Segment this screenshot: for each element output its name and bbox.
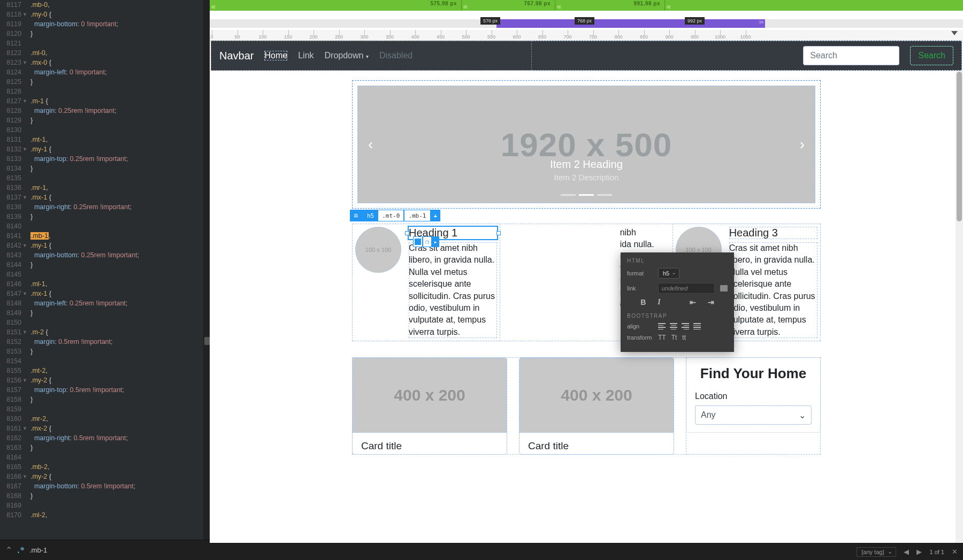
bp-tag: 576 px [480,17,500,25]
card-title: Card title [528,440,665,452]
navbar-search-input[interactable]: Search [803,46,899,65]
property-popup[interactable]: HTML format h5 link undefined B I ⇤ ⇥ [621,252,734,352]
navbar-brand[interactable]: Navbar [219,50,254,62]
format-select[interactable]: h5 [658,268,679,279]
preview-viewport[interactable]: Navbar Home Link Dropdown ▾ Disabled Sea… [210,41,963,543]
location-select[interactable]: Any⌄ [695,405,812,425]
popup-section-title: HTML [627,258,728,264]
code-search-input[interactable] [29,546,204,554]
link-label: link [627,285,653,291]
bp-label: 991.98 px [633,1,660,6]
folder-icon[interactable] [720,285,728,291]
code-editor[interactable]: 8117 .mb-0,8118▼ .my-0 {8119 margin-bott… [0,0,210,540]
link-input[interactable]: undefined [658,283,715,294]
selection-class-pill[interactable]: .mt-0 [378,210,404,221]
regex-icon[interactable]: .* [18,546,24,555]
preview-panel: 575.98 px 767.98 px 991.98 px 576 px 768… [210,0,963,560]
italic-button[interactable]: I [658,298,660,306]
code-panel: 8117 .mb-0,8118▼ .my-0 {8119 margin-bott… [0,0,210,560]
carousel-next-icon[interactable]: › [794,131,810,158]
carousel-caption: Item 2 Heading Item 2 Description [357,158,815,182]
selection-tag-bar: h5 .mt-0 .mb-1 + [350,210,440,221]
tag-filter-select[interactable]: [any tag] [857,547,896,557]
card-image-placeholder: 400 x 200 [519,358,674,433]
close-icon[interactable]: ✕ [952,548,958,556]
code-scrollbar[interactable] [203,0,210,540]
next-match-icon[interactable]: ▶ [916,548,922,556]
chevron-down-icon: ⌄ [799,410,806,420]
nav-link-dropdown[interactable]: Dropdown ▾ [325,51,369,60]
align-left-icon[interactable] [658,323,666,329]
bp-arrows-icon [463,2,467,11]
card-image-placeholder: 400 x 200 [353,358,507,433]
menu-icon [354,211,360,220]
navbar-search-button[interactable]: Search [910,46,953,65]
bp-tag: 768 px [575,17,594,25]
code-search-bar: ⌃ .* [0,540,210,560]
bp-label: 767.98 px [524,1,551,6]
carousel-indicators[interactable] [357,194,815,196]
preview-scrollbar[interactable] [956,71,963,543]
sidebar-panel: Find Your Home Location Any⌄ [686,357,821,455]
align-center-icon[interactable] [670,323,677,329]
carousel-description: Item 2 Description [357,173,815,182]
nav-link-disabled: Disabled [379,51,412,60]
card: 400 x 200 Card title [352,357,507,455]
bottom-bar: [any tag] ◀ ▶ 1 of 1 ✕ [210,543,963,560]
prev-match-icon[interactable]: ◀ [904,548,909,556]
feature-text: Cras sit amet nibh libero, in gravida nu… [729,242,817,338]
ruler-drag-marker[interactable] [950,30,959,40]
location-label: Location [695,392,812,401]
carousel-placeholder-text: 1920 x 500 [501,126,672,164]
match-counter: 1 of 1 [929,549,944,555]
feature-text: Cras sit amet nibh libero, in gravida nu… [409,242,497,338]
align-label: align [627,323,653,329]
align-right-icon[interactable] [682,323,689,329]
ruler[interactable]: 0501001502002503003504004505005506006507… [210,30,963,41]
transform-lower-button[interactable]: tt [682,334,686,341]
card-row: 400 x 200 Card title 400 x 200 Card titl… [352,357,821,455]
nav-link-home[interactable]: Home [264,51,287,60]
search-collapse-icon[interactable]: ⌃ [5,545,12,555]
transform-cap-button[interactable]: Tt [671,334,677,341]
thumb-placeholder: 100 x 100 [355,227,401,273]
selection-class-pill[interactable]: .mb-1 [404,210,430,221]
preview-navbar: Navbar Home Link Dropdown ▾ Disabled Sea… [211,41,962,71]
selection-tag[interactable]: h5 [363,210,378,221]
scrollbar-thumb[interactable] [957,72,962,221]
breakpoint-bar-top[interactable]: 575.98 px 767.98 px 991.98 px [210,0,963,11]
bp-tag: 992 px [685,17,705,25]
chevron-down-icon: ▾ [366,53,369,59]
selection-add-button[interactable]: + [431,210,441,221]
select-value: Any [701,410,716,419]
bp-arrows-icon [211,2,215,11]
carousel-prev-icon[interactable]: ‹ [363,131,378,158]
scrollbar-thumb[interactable] [204,337,210,345]
bp-label: 575.98 px [430,1,457,6]
para-selection-handles[interactable]: ❐ ▸ [413,236,439,247]
indent-right-icon[interactable]: ⇥ [708,298,714,306]
carousel-container: ‹ 1920 x 500 › Item 2 Heading Item 2 Des… [352,80,821,209]
nav-link-label: Dropdown [325,51,364,60]
breakpoint-bar-custom[interactable]: 576 px 768 px 992 px [210,19,963,28]
nav-link[interactable]: Link [298,51,314,60]
bp-arrows-icon [666,2,670,11]
container-outline [211,41,532,71]
carousel-heading: Item 2 Heading [357,158,815,171]
popup-section-title: BOOTSTRAP [627,313,728,319]
align-justify-icon[interactable] [693,323,701,329]
feature-col: 100 x 100 h5 .mt-0 .mb-1 + Heading 1 [352,224,500,341]
sidebar-title: Find Your Home [695,365,812,382]
feature-heading[interactable]: Heading 3 [729,227,817,239]
transform-upper-button[interactable]: TT [658,334,666,341]
bp-arrows-icon [556,2,560,11]
format-label: format [627,270,653,277]
feature-row: 100 x 100 h5 .mt-0 .mb-1 + Heading 1 [352,224,821,341]
carousel[interactable]: ‹ 1920 x 500 › Item 2 Heading Item 2 Des… [357,86,815,203]
indent-left-icon[interactable]: ⇤ [690,298,696,306]
selection-menu-button[interactable] [350,210,363,221]
card: 400 x 200 Card title [519,357,674,455]
card-title: Card title [361,440,498,452]
bold-button[interactable]: B [640,298,646,306]
transform-label: transform [627,334,653,341]
